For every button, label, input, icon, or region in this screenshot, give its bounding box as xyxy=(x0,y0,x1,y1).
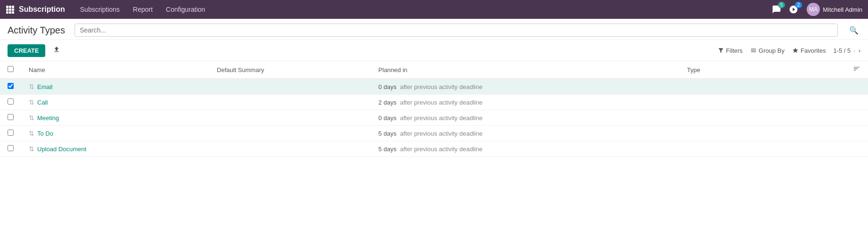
row-default-summary xyxy=(209,110,371,126)
row-name-link[interactable]: Upload Document xyxy=(37,146,86,153)
pagination: 1-5 / 5 ‹ › xyxy=(833,47,860,54)
svg-rect-3 xyxy=(6,8,8,11)
svg-rect-0 xyxy=(6,6,8,8)
row-planned-in: 0 days after previous activity deadline xyxy=(371,79,679,95)
row-default-summary xyxy=(209,79,371,95)
svg-rect-5 xyxy=(12,8,14,11)
topbar-right: 5 2 MA Mitchell Admin xyxy=(772,3,862,16)
row-name-link[interactable]: Meeting xyxy=(37,114,59,122)
drag-handle-icon[interactable]: ⇅ xyxy=(29,83,34,90)
row-name-cell: ⇅ To Do xyxy=(21,126,209,141)
table-row: ⇅ Upload Document 5 days after previous … xyxy=(0,141,868,157)
table-row: ⇅ Call 2 days after previous activity de… xyxy=(0,95,868,110)
svg-rect-8 xyxy=(12,11,14,14)
app-title: Subscription xyxy=(19,5,65,14)
sub-header: Activity Types 🔍 xyxy=(0,19,868,40)
activity-count: 2 xyxy=(795,2,802,8)
activity-badge[interactable]: 2 xyxy=(789,5,798,14)
col-header-planned-in: Planned in xyxy=(371,61,679,79)
row-checkbox-cell xyxy=(0,126,21,141)
row-type xyxy=(679,126,868,141)
svg-rect-6 xyxy=(6,11,8,14)
nav-links: Subscriptions Report Configuration xyxy=(74,3,772,16)
row-type xyxy=(679,95,868,110)
row-name-link[interactable]: Call xyxy=(37,99,48,106)
svg-rect-1 xyxy=(9,6,11,8)
user-name: Mitchell Admin xyxy=(823,6,862,13)
row-name-cell: ⇅ Upload Document xyxy=(21,141,209,157)
action-bar: CREATE Filters Group By Favorites 1-5 / … xyxy=(0,40,868,61)
row-checkbox[interactable] xyxy=(8,145,14,151)
avatar: MA xyxy=(807,3,820,16)
row-checkbox-cell xyxy=(0,95,21,110)
svg-rect-4 xyxy=(9,8,11,11)
select-all-checkbox[interactable] xyxy=(8,66,14,72)
pagination-text: 1-5 / 5 xyxy=(833,47,851,54)
row-checkbox[interactable] xyxy=(8,83,14,89)
top-navigation: Subscription Subscriptions Report Config… xyxy=(0,0,868,19)
nav-configuration[interactable]: Configuration xyxy=(160,3,211,16)
table-row: ⇅ Meeting 0 days after previous activity… xyxy=(0,110,868,126)
search-right: 🔍 xyxy=(847,24,860,37)
chat-count: 5 xyxy=(778,2,785,8)
col-header-type: Type xyxy=(679,61,868,79)
create-button[interactable]: CREATE xyxy=(8,44,45,57)
row-checkbox[interactable] xyxy=(8,130,14,136)
row-checkbox-cell xyxy=(0,141,21,157)
pagination-next[interactable]: › xyxy=(859,47,860,54)
select-all-cell xyxy=(0,61,21,79)
row-checkbox[interactable] xyxy=(8,114,14,120)
drag-handle-icon[interactable]: ⇅ xyxy=(29,98,34,106)
table-row: ⇅ To Do 5 days after previous activity d… xyxy=(0,126,868,141)
row-checkbox[interactable] xyxy=(8,98,14,105)
row-planned-in: 5 days after previous activity deadline xyxy=(371,126,679,141)
favorites-button[interactable]: Favorites xyxy=(792,47,826,54)
svg-rect-2 xyxy=(12,6,14,8)
table-row: ⇅ Email 0 days after previous activity d… xyxy=(0,79,868,95)
drag-handle-icon[interactable]: ⇅ xyxy=(29,130,34,137)
filters-button[interactable]: Filters xyxy=(718,47,743,54)
drag-handle-icon[interactable]: ⇅ xyxy=(29,114,34,122)
search-icon[interactable]: 🔍 xyxy=(847,24,860,37)
row-checkbox-cell xyxy=(0,110,21,126)
row-planned-in: 0 days after previous activity deadline xyxy=(371,110,679,126)
nav-subscriptions[interactable]: Subscriptions xyxy=(74,3,125,16)
table-header-row: Name Default Summary Planned in Type xyxy=(0,61,868,79)
row-name-link[interactable]: Email xyxy=(37,83,53,90)
favorites-label: Favorites xyxy=(801,47,826,54)
row-planned-in: 2 days after previous activity deadline xyxy=(371,95,679,110)
row-name-cell: ⇅ Call xyxy=(21,95,209,110)
row-default-summary xyxy=(209,141,371,157)
row-name-cell: ⇅ Email xyxy=(21,79,209,95)
upload-button[interactable] xyxy=(49,44,64,57)
drag-handle-icon[interactable]: ⇅ xyxy=(29,145,34,153)
row-checkbox-cell xyxy=(0,79,21,95)
column-settings-icon[interactable] xyxy=(853,65,860,74)
search-input[interactable] xyxy=(74,24,838,37)
col-header-name: Name xyxy=(21,61,209,79)
row-name-cell: ⇅ Meeting xyxy=(21,110,209,126)
nav-report[interactable]: Report xyxy=(127,3,158,16)
row-type xyxy=(679,79,868,95)
user-menu[interactable]: MA Mitchell Admin xyxy=(807,3,862,16)
grid-menu-icon[interactable] xyxy=(6,5,14,14)
row-name-link[interactable]: To Do xyxy=(37,130,53,137)
row-type xyxy=(679,110,868,126)
activity-types-table: Name Default Summary Planned in Type xyxy=(0,61,868,157)
row-type xyxy=(679,141,868,157)
col-header-default-summary: Default Summary xyxy=(209,61,371,79)
search-bar xyxy=(74,24,838,37)
action-left: CREATE xyxy=(8,44,64,57)
pagination-prev[interactable]: ‹ xyxy=(853,47,855,54)
page-title: Activity Types xyxy=(8,25,65,36)
filters-label: Filters xyxy=(726,47,743,54)
action-right: Filters Group By Favorites 1-5 / 5 ‹ › xyxy=(718,47,860,54)
groupby-label: Group By xyxy=(759,47,785,54)
groupby-button[interactable]: Group By xyxy=(750,47,785,54)
row-default-summary xyxy=(209,126,371,141)
row-default-summary xyxy=(209,95,371,110)
row-planned-in: 5 days after previous activity deadline xyxy=(371,141,679,157)
chat-badge[interactable]: 5 xyxy=(772,5,781,14)
svg-rect-7 xyxy=(9,11,11,14)
